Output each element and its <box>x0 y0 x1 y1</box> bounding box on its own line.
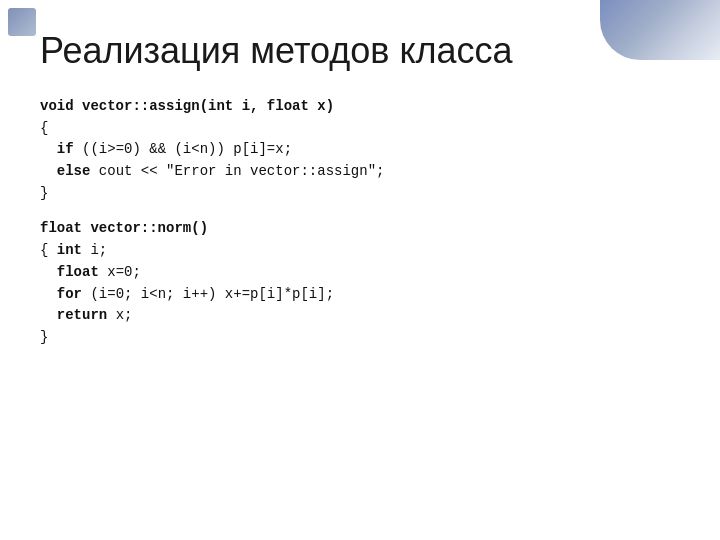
code-gap <box>40 204 690 218</box>
code-line: void vector::assign(int i, float x) <box>40 96 690 118</box>
code-line: } <box>40 327 690 349</box>
slide-title: Реализация методов класса <box>40 30 690 72</box>
keyword: else <box>57 163 91 179</box>
keyword: float vector::norm() <box>40 220 208 236</box>
code-line: return x; <box>40 305 690 327</box>
code-line: } <box>40 183 690 205</box>
keyword: int <box>57 242 82 258</box>
keyword: float <box>57 264 99 280</box>
code-line: else cout << "Error in vector::assign"; <box>40 161 690 183</box>
code-line: { <box>40 118 690 140</box>
keyword: return <box>57 307 107 323</box>
code-line: for (i=0; i<n; i++) x+=p[i]*p[i]; <box>40 284 690 306</box>
slide-content: Реализация методов класса void vector::a… <box>0 0 720 540</box>
code-line: float vector::norm() <box>40 218 690 240</box>
keyword: void vector::assign(int i, float x) <box>40 98 334 114</box>
keyword: for <box>57 286 82 302</box>
keyword: if <box>57 141 74 157</box>
code-block: void vector::assign(int i, float x) { if… <box>40 96 690 349</box>
code-line: float x=0; <box>40 262 690 284</box>
code-line: { int i; <box>40 240 690 262</box>
code-line: if ((i>=0) && (i<n)) p[i]=x; <box>40 139 690 161</box>
